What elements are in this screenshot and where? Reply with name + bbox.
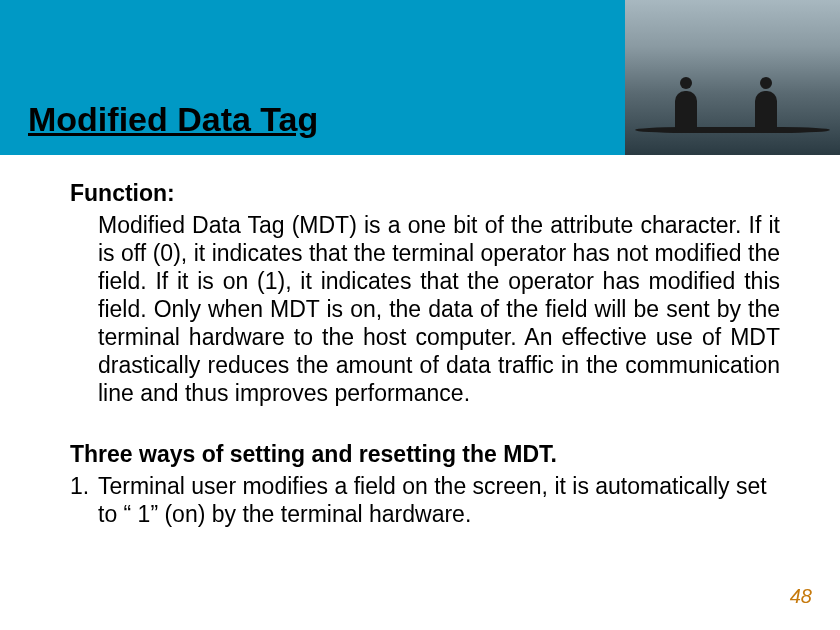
ways-item-number: 1.	[70, 472, 98, 528]
function-label: Function:	[70, 180, 780, 207]
slide-body: Function: Modified Data Tag (MDT) is a o…	[70, 180, 780, 528]
slide-title: Modified Data Tag	[0, 100, 318, 139]
ways-item-text: Terminal user modifies a field on the sc…	[98, 472, 780, 528]
slide: Modified Data Tag Function: Modified Dat…	[0, 0, 840, 630]
ways-item-1: 1. Terminal user modifies a field on the…	[70, 472, 780, 528]
function-text: Modified Data Tag (MDT) is a one bit of …	[98, 211, 780, 407]
title-block: Modified Data Tag	[0, 92, 840, 147]
page-number: 48	[790, 585, 812, 608]
header: Modified Data Tag	[0, 0, 840, 155]
ways-label: Three ways of setting and resetting the …	[70, 441, 780, 468]
ways-block: Three ways of setting and resetting the …	[70, 441, 780, 528]
